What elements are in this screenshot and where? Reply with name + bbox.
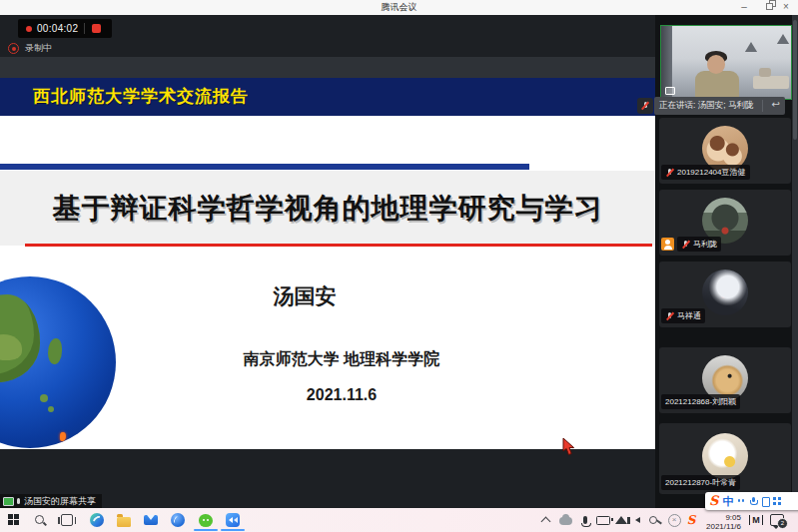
sogou-logo-icon: S (687, 511, 696, 529)
taskbar-mail-button[interactable] (143, 512, 159, 528)
collapse-arrow-icon[interactable]: ↩ (772, 99, 780, 110)
tencent-meeting-icon (226, 513, 240, 527)
wechat-icon (199, 514, 213, 527)
slide-content: 基于辩证科学哲学视角的地理学研究与学习 汤国安 南京师范大学 地理科学学院 20… (0, 116, 655, 449)
video-frame (695, 71, 739, 99)
name-chip: 2021212868-刘阳颖 (661, 394, 740, 409)
participant-tile[interactable]: 马利陇 (659, 190, 791, 256)
taskbar-browser-button[interactable] (170, 512, 186, 528)
speaking-label-bar: 正在讲话: 汤国安; 马利陇 ↩ (654, 97, 785, 115)
speaking-label: 正在讲话: 汤国安; 马利陇 (659, 100, 753, 112)
tray-battery-button[interactable] (595, 512, 611, 528)
active-app-indicator (194, 529, 218, 531)
speaking-indicator: 正在讲话: 汤国安; 马利陇 ↩ (637, 97, 785, 115)
name-chip: 2019212404豆浩健 (661, 165, 750, 180)
circled-x-icon: × (668, 514, 681, 527)
avatar (702, 433, 748, 479)
globe-highlight-marker (60, 432, 66, 441)
taskbar-wechat-button[interactable] (198, 512, 214, 528)
sogou-logo-icon[interactable]: S (709, 492, 718, 510)
participant-tile[interactable]: 2019212404豆浩健 (659, 118, 791, 184)
notification-center-button[interactable]: 2 (769, 512, 785, 528)
recording-time: 00:04:02 (37, 23, 78, 34)
ime-clipboard-icon[interactable] (761, 497, 769, 505)
participant-name: 2021212868-刘阳颖 (665, 396, 736, 407)
clock-time: 9:05 (699, 513, 741, 522)
wifi-icon (615, 516, 627, 524)
participant-name: 马祥通 (677, 310, 701, 321)
video-frame (753, 76, 789, 89)
ime-toolbox-icon[interactable] (773, 497, 781, 505)
ime-indicator-button[interactable]: M (748, 512, 764, 528)
participant-tile[interactable]: 2021212868-刘阳颖 (659, 347, 791, 413)
ime-indicator: M (749, 515, 763, 525)
mic-muted-icon (665, 168, 674, 178)
mic-icon (17, 498, 20, 504)
taskbar-edge-button[interactable] (89, 512, 105, 528)
tray-volume-button[interactable] (629, 512, 645, 528)
name-chip: 马利陇 (677, 237, 721, 252)
mic-chip[interactable] (637, 98, 653, 114)
key-icon (649, 516, 657, 524)
mail-icon (144, 515, 158, 525)
ime-voice-icon[interactable] (749, 497, 757, 505)
microphone-icon (583, 516, 587, 524)
recording-status: 录制中 (8, 42, 52, 55)
slide-banner: 西北师范大学学术交流报告 (0, 78, 655, 116)
tray-status-button[interactable]: × (666, 512, 682, 528)
avatar (702, 269, 748, 315)
window-titlebar: 腾讯会议 – × (0, 0, 798, 15)
tray-sogou-button[interactable]: S (683, 512, 699, 528)
speaker-icon (635, 517, 640, 523)
participant-name: 马利陇 (693, 239, 717, 250)
slide-red-rule (25, 244, 652, 247)
participant-tile[interactable]: 马祥通 (659, 262, 791, 327)
slide-blue-rule (0, 164, 529, 170)
slide-top-strip (0, 57, 655, 78)
slide-banner-text: 西北师范大学学术交流报告 (33, 85, 249, 108)
tray-mic-button[interactable] (577, 512, 593, 528)
cursor-icon (562, 438, 576, 456)
restore-button[interactable] (756, 0, 776, 15)
cloud-icon (559, 517, 572, 525)
sidebar-scrollbar-thumb[interactable] (793, 20, 797, 140)
tray-vpn-button[interactable] (647, 512, 663, 528)
globe-landmass (48, 338, 62, 364)
participant-name: 2021212870-叶常青 (665, 477, 736, 488)
task-view-icon (61, 514, 73, 526)
ime-punctuation-icon[interactable] (737, 497, 745, 505)
participant-tile[interactable]: 2021212870-叶常青 (659, 423, 791, 494)
presentation-date: 2021.11.6 (112, 386, 571, 404)
tray-expand-button[interactable] (537, 512, 553, 528)
task-view-button[interactable] (59, 512, 75, 528)
taskbar-meeting-button[interactable] (225, 512, 241, 528)
screen-share-icon (3, 497, 14, 506)
start-button[interactable] (6, 512, 22, 528)
name-chip: 马祥通 (661, 308, 705, 323)
globe-landmass (40, 394, 48, 402)
screen-share-icon (665, 87, 675, 95)
recording-timer-box: 00:04:02 (18, 19, 112, 38)
tray-cloud-button[interactable] (557, 512, 573, 528)
presenter-affiliation: 南京师范大学 地理科学学院 (112, 349, 571, 370)
recording-status-icon (8, 43, 19, 54)
taskbar-search-button[interactable] (32, 512, 48, 528)
stop-recording-button[interactable] (92, 24, 101, 33)
ime-mode-chinese[interactable]: 中 (722, 494, 733, 509)
recording-dot-icon (26, 26, 32, 32)
screen-share-label: 汤国安的屏幕共享 (24, 495, 96, 508)
speaker-video-tile[interactable] (660, 25, 792, 100)
presenter-name: 汤国安 (80, 282, 529, 310)
taskbar-clock[interactable]: 9:05 2021/11/6 (699, 513, 741, 532)
video-frame (707, 55, 725, 74)
edge-browser-icon (90, 513, 104, 527)
minimize-button[interactable]: – (734, 0, 754, 15)
divider (762, 100, 763, 112)
participant-name: 2019212404豆浩健 (677, 167, 746, 178)
name-chip: 2021212870-叶常青 (661, 475, 740, 490)
active-app-indicator (221, 529, 245, 531)
taskbar-explorer-button[interactable] (116, 512, 132, 528)
close-button[interactable]: × (776, 0, 796, 15)
mic-muted-icon (681, 240, 690, 250)
notification-icon: 2 (770, 514, 784, 526)
